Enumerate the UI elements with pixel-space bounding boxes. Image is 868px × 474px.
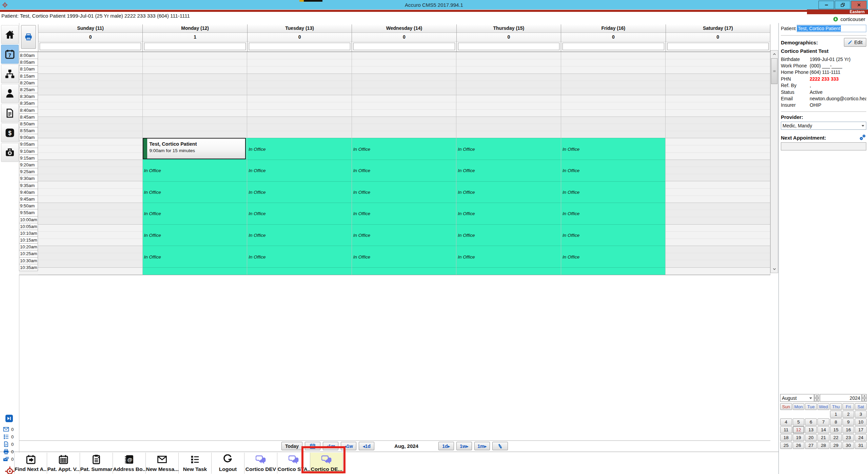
- time-slot[interactable]: [38, 95, 142, 102]
- time-slot[interactable]: [143, 102, 247, 109]
- time-slot[interactable]: [561, 117, 666, 124]
- mini-cal-day-25[interactable]: 25: [780, 442, 792, 449]
- in-office-block[interactable]: In Office: [247, 160, 352, 182]
- time-slot[interactable]: [38, 274, 142, 275]
- month-select[interactable]: August: [780, 394, 814, 402]
- time-slot[interactable]: [666, 138, 770, 145]
- in-office-block[interactable]: In Office: [561, 138, 666, 160]
- time-slot[interactable]: [456, 124, 561, 131]
- time-slot[interactable]: [666, 231, 770, 239]
- time-slot[interactable]: [456, 117, 561, 124]
- time-slot[interactable]: [38, 160, 142, 167]
- mini-cal-header-fri[interactable]: Fri: [843, 403, 854, 410]
- time-slot[interactable]: [38, 117, 142, 124]
- time-slot[interactable]: [247, 88, 352, 95]
- time-slot[interactable]: [456, 74, 561, 81]
- day-note-input[interactable]: [40, 43, 141, 50]
- mini-cal-day-28[interactable]: 28: [817, 442, 829, 449]
- time-slot[interactable]: [38, 239, 142, 246]
- time-slot[interactable]: [247, 59, 352, 66]
- time-slot[interactable]: [38, 131, 142, 138]
- in-office-block[interactable]: In Office: [456, 160, 561, 182]
- mini-cal-day-7[interactable]: 7: [817, 418, 829, 426]
- sidebar-item-billing[interactable]: $: [1, 123, 19, 142]
- time-slot[interactable]: [456, 81, 561, 88]
- time-slot[interactable]: [143, 131, 247, 138]
- time-slot[interactable]: [38, 224, 142, 231]
- mini-cal-day-29[interactable]: 29: [830, 442, 842, 449]
- time-slot[interactable]: [143, 66, 247, 73]
- maximize-button[interactable]: [835, 1, 850, 9]
- time-slot[interactable]: [561, 52, 666, 59]
- toolbar-button-new-task[interactable]: New Task: [179, 453, 212, 474]
- time-slot[interactable]: [352, 81, 456, 88]
- in-office-block[interactable]: In Office: [143, 160, 247, 182]
- nav-fwd-1m-button[interactable]: 1m▸: [474, 442, 490, 450]
- tray-documents[interactable]: 0: [3, 440, 18, 448]
- time-slot[interactable]: [666, 239, 770, 246]
- time-slot[interactable]: [352, 52, 456, 59]
- appointment-block[interactable]: Test, Cortico Patient9:00am for 15 minut…: [143, 138, 246, 159]
- time-slot[interactable]: [666, 88, 770, 95]
- time-slot[interactable]: [561, 102, 666, 109]
- time-slot[interactable]: [666, 95, 770, 102]
- time-slot[interactable]: [247, 52, 352, 59]
- time-slot[interactable]: [38, 260, 142, 267]
- in-office-block[interactable]: In Office: [456, 267, 561, 275]
- in-office-block[interactable]: In Office: [456, 138, 561, 160]
- in-office-block[interactable]: In Office: [561, 181, 666, 203]
- sidebar-item-hierarchy[interactable]: [1, 64, 19, 83]
- time-slot[interactable]: [561, 74, 666, 81]
- time-slot[interactable]: [38, 195, 142, 203]
- day-note-input[interactable]: [144, 43, 245, 50]
- time-slot[interactable]: [247, 102, 352, 109]
- day-note-input[interactable]: [563, 43, 664, 50]
- toolbar-button-address-bo[interactable]: @Address Bo...: [113, 453, 146, 474]
- time-slot[interactable]: [38, 246, 142, 253]
- time-slot[interactable]: [456, 66, 561, 73]
- in-office-block[interactable]: In Office: [143, 224, 247, 246]
- scrollbar-thumb[interactable]: [771, 58, 777, 84]
- day-note-input[interactable]: [249, 43, 350, 50]
- in-office-block[interactable]: In Office: [143, 246, 247, 268]
- mini-cal-day-17[interactable]: 17: [855, 426, 867, 433]
- tray-print-jobs[interactable]: 0: [3, 448, 18, 455]
- day-note-input[interactable]: [667, 43, 769, 50]
- time-slot[interactable]: [38, 138, 142, 145]
- mini-cal-day-8[interactable]: 8: [830, 418, 842, 426]
- time-slot[interactable]: [38, 167, 142, 174]
- time-slot[interactable]: [666, 203, 770, 210]
- time-slot[interactable]: [666, 210, 770, 217]
- in-office-block[interactable]: In Office: [247, 224, 352, 246]
- time-slot[interactable]: [38, 102, 142, 109]
- mini-cal-day-19[interactable]: 19: [793, 434, 805, 441]
- mini-cal-day-14[interactable]: 14: [817, 426, 829, 433]
- in-office-block[interactable]: In Office: [352, 160, 456, 182]
- in-office-block[interactable]: In Office: [352, 267, 456, 275]
- day-note-input[interactable]: [458, 43, 559, 50]
- time-slot[interactable]: [38, 81, 142, 88]
- mini-cal-header-thu[interactable]: Thu: [830, 403, 842, 410]
- mini-cal-day-5[interactable]: 5: [793, 418, 805, 426]
- time-slot[interactable]: [666, 181, 770, 188]
- mini-cal-day-2[interactable]: 2: [843, 411, 854, 418]
- time-slot[interactable]: [38, 217, 142, 224]
- close-button[interactable]: [851, 1, 867, 9]
- mini-cal-header-wed[interactable]: Wed: [817, 403, 829, 410]
- mini-cal-header-tue[interactable]: Tue: [805, 403, 817, 410]
- gears-icon[interactable]: [859, 134, 866, 141]
- tray-messages[interactable]: 0: [3, 426, 18, 433]
- time-slot[interactable]: [666, 160, 770, 167]
- time-slot[interactable]: [38, 109, 142, 117]
- in-office-block[interactable]: In Office: [143, 181, 247, 203]
- time-slot[interactable]: [38, 52, 142, 59]
- time-slot[interactable]: [38, 174, 142, 181]
- time-slot[interactable]: [38, 145, 142, 152]
- time-slot[interactable]: [352, 74, 456, 81]
- toolbar-button-new-messa[interactable]: New Messa...: [146, 453, 179, 474]
- time-slot[interactable]: [247, 124, 352, 131]
- time-slot[interactable]: [352, 124, 456, 131]
- sidebar-item-medical-supplies[interactable]: [1, 143, 19, 162]
- time-slot[interactable]: [456, 95, 561, 102]
- nav-fwd-1w-button[interactable]: 1w▸: [456, 442, 472, 450]
